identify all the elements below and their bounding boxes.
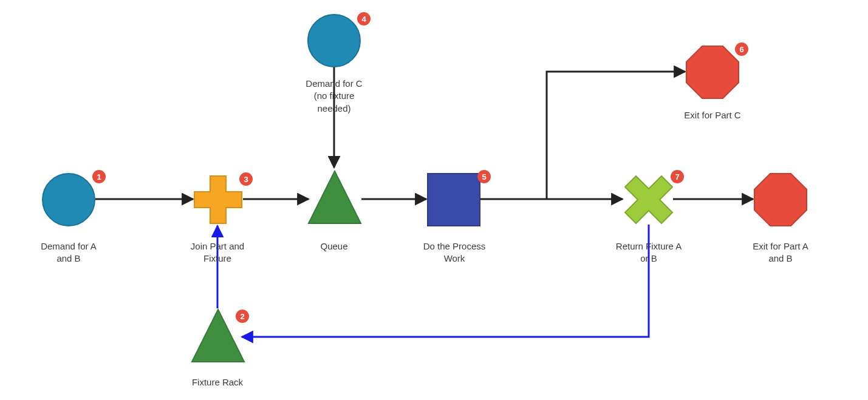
svg-rect-4 [428,174,480,226]
node-process[interactable] [426,172,481,229]
node-queue[interactable] [306,169,363,228]
node-demand-c[interactable] [307,13,361,70]
badge-text: 2 [240,312,244,321]
label-fixture-rack: Fixture Rack [181,376,254,388]
badge-text: 6 [739,45,743,54]
badge-process: 5 [477,170,491,183]
label-return: Return Fixture Aor B [606,240,691,265]
badge-text: 7 [675,172,679,181]
label-exit-ab: Exit for Part Aand B [741,240,820,265]
badge-demand-c: 4 [357,12,371,25]
diagram-canvas: 1 Demand for Aand B 3 Join Part andFixtu… [0,0,868,400]
badge-fixture-rack: 2 [236,310,249,323]
label-queue: Queue [304,240,364,253]
svg-marker-6 [625,176,672,223]
label-join: Join Part andFixture [175,240,260,265]
badge-text: 1 [97,172,101,181]
badge-demand-ab: 1 [92,170,106,183]
badge-join: 3 [239,172,253,186]
node-exit-c[interactable] [685,45,740,102]
label-process: Do the ProcessWork [412,240,497,265]
badge-text: 3 [244,175,248,184]
node-return[interactable] [623,174,675,228]
svg-marker-7 [754,174,807,226]
label-demand-ab: Demand for Aand B [29,240,108,265]
svg-point-0 [43,174,95,226]
label-demand-c: Demand for C(no fixtureneeded) [292,78,377,115]
svg-marker-1 [194,176,242,223]
svg-marker-5 [686,46,739,98]
badge-exit-c: 6 [735,42,748,56]
node-demand-ab[interactable] [41,172,96,229]
badge-text: 5 [482,172,486,181]
label-exit-c: Exit for Part C [673,109,752,121]
svg-point-3 [308,15,360,67]
node-exit-ab[interactable] [753,172,808,229]
svg-marker-2 [309,171,361,223]
node-join[interactable] [193,175,243,227]
badge-text: 4 [361,15,366,24]
badge-return: 7 [671,170,684,183]
